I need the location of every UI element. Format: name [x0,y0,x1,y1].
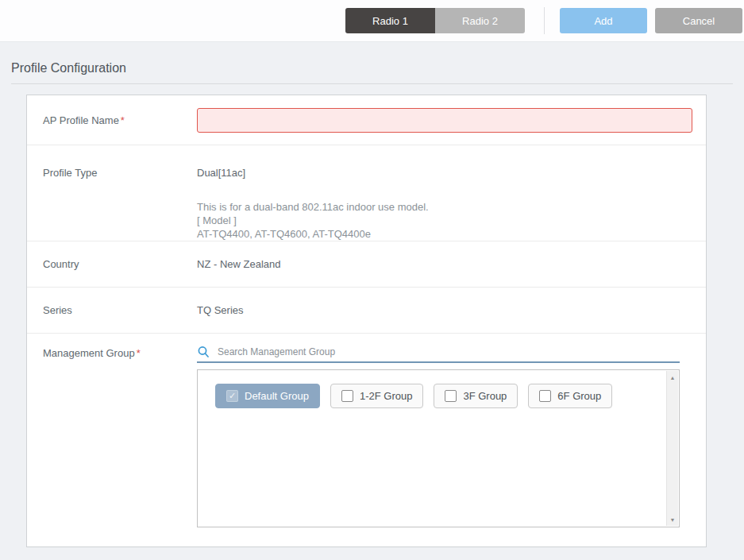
profile-type-description: This is for a dual-band 802.11ac indoor … [197,200,690,241]
description-line: AT-TQ4400, AT-TQ4600, AT-TQ4400e [197,227,690,241]
search-management-group-input[interactable] [218,346,680,357]
label-text: AP Profile Name [43,114,119,126]
group-chip-6f-group[interactable]: 6F Group [528,384,612,408]
ap-profile-name-label: AP Profile Name* [27,114,197,126]
checkbox-unchecked-icon[interactable] [539,390,551,402]
form-row-series: Series TQ Series [27,287,706,333]
profile-type-value: Dual[11ac] [197,167,690,179]
management-group-search [197,346,680,363]
group-chip-label: 1-2F Group [360,390,412,402]
group-chip-default-group[interactable]: ✓ Default Group [215,384,320,408]
group-chip-3f-group[interactable]: 3F Group [434,384,518,408]
add-button[interactable]: Add [560,8,647,33]
group-chip-1-2f-group[interactable]: 1-2F Group [330,384,423,408]
scroll-down-icon[interactable]: ▼ [667,513,678,526]
management-group-label: Management Group* [27,334,197,547]
top-toolbar: Radio 1 Radio 2 Add Cancel [0,0,744,42]
group-chip-label: Default Group [245,390,309,402]
description-line: [ Model ] [197,214,690,227]
cancel-button[interactable]: Cancel [655,8,742,33]
required-asterisk: * [137,347,141,359]
label-text: Management Group [43,347,135,359]
form-row-country: Country NZ - New Zealand [27,241,706,287]
checkbox-checked-icon[interactable]: ✓ [226,390,238,402]
ap-profile-name-input[interactable] [197,108,692,133]
form-row-management-group: Management Group* ✓ Default Group [27,333,706,547]
scroll-up-icon[interactable]: ▲ [667,371,678,384]
group-chip-list: ✓ Default Group 1-2F Group 3F Group 6F G… [215,384,666,408]
listbox-scrollbar[interactable]: ▲ ▼ [666,371,678,526]
required-asterisk: * [121,114,125,126]
profile-configuration-form: AP Profile Name* Profile Type Dual[11ac]… [26,95,707,547]
series-label: Series [27,304,197,316]
form-row-ap-profile-name: AP Profile Name* [27,95,706,145]
title-divider [11,83,733,84]
tab-radio-1[interactable]: Radio 1 [345,8,435,33]
page-title: Profile Configuration [11,61,744,75]
checkbox-unchecked-icon[interactable] [341,390,353,402]
checkbox-unchecked-icon[interactable] [445,390,457,402]
search-icon [197,346,210,358]
profile-type-label: Profile Type [27,145,197,241]
description-line: This is for a dual-band 802.11ac indoor … [197,200,690,214]
series-value: TQ Series [197,304,706,316]
country-value: NZ - New Zealand [197,258,706,270]
radio-tab-group: Radio 1 Radio 2 [345,8,525,33]
form-row-profile-type: Profile Type Dual[11ac] This is for a du… [27,145,706,241]
group-chip-label: 6F Group [557,390,601,402]
management-group-listbox: ✓ Default Group 1-2F Group 3F Group 6F G… [197,369,680,527]
country-label: Country [27,258,197,270]
tab-radio-2[interactable]: Radio 2 [435,8,525,33]
group-chip-label: 3F Group [463,390,507,402]
toolbar-divider [544,7,545,34]
